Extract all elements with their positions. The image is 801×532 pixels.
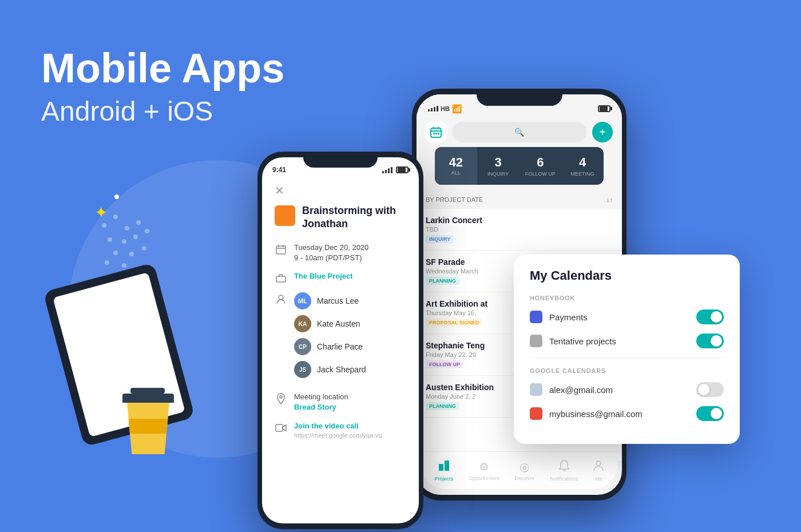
svg-rect-14 — [438, 133, 439, 134]
stat-followup-label: FOLLOW UP — [524, 171, 557, 177]
calendar-app-icon[interactable] — [426, 122, 446, 142]
tentative-toggle[interactable] — [696, 334, 724, 348]
calendar-tentative-left: Tentative projects — [530, 335, 616, 347]
video-call-link[interactable]: Join the video call — [294, 421, 382, 431]
stat-all[interactable]: 42 ALL — [435, 147, 477, 185]
project-badge-sfparade: PLANNING — [426, 277, 459, 285]
stat-meeting-label: MEETING — [566, 171, 599, 177]
nav-projects[interactable]: Projects — [434, 460, 453, 482]
payments-label: Payments — [549, 312, 588, 322]
stat-inquiry[interactable]: 3 INQUIRY — [477, 147, 520, 185]
battery-icon — [396, 166, 409, 173]
calendar-alex-left: alex@gmail.com — [530, 383, 613, 396]
bottom-navbar: Projects ⚙ Opportunities ◎ Discover Noti… — [421, 451, 617, 489]
location-link[interactable]: Bread Story — [294, 402, 348, 412]
nav-me[interactable]: Me — [593, 460, 604, 482]
nav-notifications[interactable]: Notifications — [550, 460, 578, 482]
phone1-screen: 9:41 ✕ Brainstorming wi — [262, 157, 419, 523]
honeybook-section-label: HONEYBOOK — [530, 295, 724, 301]
attendee-marcus-name: Marcus Lee — [317, 296, 359, 305]
list-item-larkin[interactable]: Larkin Concert TBD INQUIRY — [417, 209, 622, 251]
video-icon — [275, 422, 287, 434]
discover-nav-icon: ◎ — [520, 460, 529, 474]
calendar-payments-row: Payments — [530, 309, 724, 324]
nav-opportunities[interactable]: ⚙ Opportunities — [469, 460, 499, 481]
google-section-label: GOOGLE CALENDARS — [530, 367, 724, 374]
calendar-tentative-row: Tentative projects — [530, 334, 724, 348]
calendars-card: My Calendars HONEYBOOK Payments Tentativ… — [514, 255, 740, 444]
date-row: Tuesday Dec 20, 2020 9 - 10am (PDT/PST) — [275, 243, 406, 263]
hero-title: Mobile Apps — [41, 46, 284, 91]
project-badge-artexhibition: PROPOSAL SIGNED — [426, 319, 482, 327]
projects-nav-icon — [438, 460, 450, 474]
sparkle-dot — [114, 194, 119, 199]
nav-discover[interactable]: ◎ Discover — [514, 460, 534, 481]
attendee-marcus: ML Marcus Lee — [294, 292, 366, 309]
phone1-device: 9:41 ✕ Brainstorming wi — [257, 152, 423, 529]
svg-rect-4 — [276, 276, 285, 282]
mybusiness-toggle[interactable] — [696, 406, 724, 421]
add-button[interactable]: + — [592, 122, 613, 142]
mybusiness-color — [530, 407, 542, 420]
project-badge-stephanie: FOLLOW UP — [426, 360, 463, 368]
project-header: Brainstorming with Jonathan — [275, 204, 406, 231]
cup-lid — [122, 394, 174, 403]
stat-meeting[interactable]: 4 MEETING — [561, 147, 604, 185]
payments-color — [530, 311, 542, 323]
event-date: Tuesday Dec 20, 2020 9 - 10am (PDT/PST) — [294, 243, 368, 263]
avatar-charlie: CP — [294, 338, 311, 355]
nav-me-label: Me — [595, 476, 602, 482]
payments-toggle-knob — [711, 311, 722, 323]
phone2-signal — [428, 106, 438, 112]
calendar-mybusiness-row: mybusiness@gmail.com — [530, 406, 724, 421]
mybusiness-label: mybusiness@gmail.com — [549, 409, 643, 419]
attendee-jack: JS Jack Shepard — [294, 361, 366, 378]
calendars-card-title: My Calendars — [530, 268, 724, 283]
project-badge-larkin: INQUIRY — [426, 235, 454, 243]
svg-rect-15 — [439, 464, 443, 471]
avatar-jack: JS — [294, 361, 311, 378]
notifications-nav-icon — [559, 460, 569, 474]
phone2-carrier: HB — [441, 105, 450, 112]
calendar-icon — [275, 243, 287, 256]
alex-label: alex@gmail.com — [549, 385, 613, 395]
stats-bar: 42 ALL 3 INQUIRY 6 FOLLOW UP 4 MEETING — [435, 147, 604, 185]
payments-toggle[interactable] — [696, 309, 724, 324]
search-bar[interactable]: 🔍 — [452, 122, 586, 142]
tentative-label: Tentative projects — [549, 336, 616, 346]
tentative-color — [530, 335, 542, 347]
phone2-notch — [477, 89, 562, 106]
sort-icon[interactable]: ↓↑ — [606, 196, 613, 203]
alex-toggle[interactable] — [696, 382, 724, 397]
filter-label[interactable]: BY PROJECT DATE — [426, 196, 483, 203]
project-title-larkin: Larkin Concert — [426, 216, 613, 225]
project-link[interactable]: The Blue Project — [294, 271, 353, 281]
nav-projects-label: Projects — [434, 476, 453, 482]
calendar-divider — [530, 358, 724, 358]
svg-rect-16 — [445, 460, 449, 471]
sparkle-icon: ✦ — [94, 203, 108, 222]
hero-subtitle: Android + iOS — [41, 96, 284, 127]
stat-meeting-number: 4 — [566, 155, 599, 170]
tentative-toggle-knob — [711, 335, 722, 347]
close-button[interactable]: ✕ — [275, 184, 406, 197]
cup-body — [125, 403, 172, 454]
search-icon: 🔍 — [514, 128, 524, 137]
video-row: Join the video call https://meet.google.… — [275, 421, 406, 440]
nav-discover-label: Discover — [514, 475, 534, 481]
mybusiness-toggle-knob — [711, 408, 722, 419]
phone1-time: 9:41 — [272, 166, 286, 174]
stat-followup[interactable]: 6 FOLLOW UP — [520, 147, 562, 185]
project-title: Brainstorming with Jonathan — [302, 204, 406, 231]
project-color-indicator — [275, 205, 295, 226]
location-row: Meeting location Bread Story — [275, 392, 406, 412]
alex-toggle-knob — [698, 384, 709, 395]
stat-inquiry-number: 3 — [482, 155, 515, 170]
stat-all-number: 42 — [439, 155, 473, 170]
svg-rect-13 — [435, 133, 437, 134]
svg-rect-7 — [276, 424, 283, 431]
nav-opportunities-label: Opportunities — [469, 475, 499, 481]
person-icon — [275, 293, 287, 305]
phone2-topbar: 🔍 + — [417, 117, 622, 147]
svg-point-5 — [279, 295, 283, 300]
